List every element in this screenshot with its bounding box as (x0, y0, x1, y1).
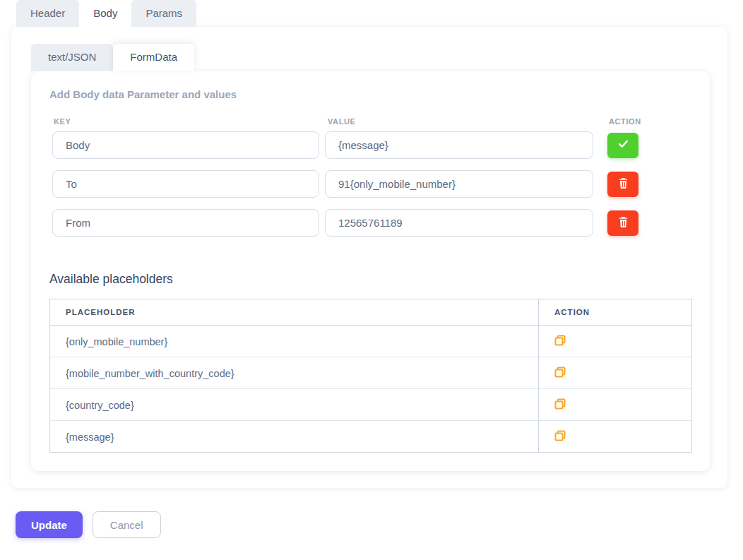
trash-icon (619, 178, 628, 191)
body-type-tabs: text/JSON FormData (31, 44, 727, 71)
placeholder-name: {mobile_number_with_country_code} (50, 357, 539, 389)
param-row (52, 131, 691, 159)
key-column-label: KEY (52, 117, 325, 126)
confirm-row-button[interactable] (607, 133, 638, 158)
table-row: {country_code} (50, 389, 692, 421)
value-input[interactable] (325, 209, 593, 237)
delete-row-button[interactable] (607, 172, 638, 197)
placeholder-column-header: PLACEHOLDER (50, 299, 539, 326)
copy-placeholder-button[interactable] (554, 398, 566, 412)
form-footer: Update Cancel (16, 511, 743, 538)
placeholder-name: {message} (50, 421, 539, 453)
request-section-tabs: Header Body Params (0, 0, 743, 27)
action-column-label: ACTION (607, 117, 641, 126)
delete-row-button[interactable] (607, 210, 638, 236)
value-input[interactable] (325, 170, 593, 198)
placeholders-table: PLACEHOLDER ACTION {only_mobile_number} (49, 299, 692, 453)
copy-placeholder-button[interactable] (554, 367, 566, 380)
value-column-label: VALUE (325, 117, 607, 126)
formdata-panel: Add Body data Parameter and values KEY V… (31, 71, 710, 471)
copy-icon (554, 335, 566, 348)
trash-icon (619, 217, 628, 230)
table-row: {mobile_number_with_country_code} (50, 357, 692, 389)
table-row: {only_mobile_number} (50, 326, 692, 357)
tab-header[interactable]: Header (16, 0, 79, 27)
table-row: {message} (50, 421, 692, 453)
key-input[interactable] (52, 170, 319, 198)
body-tab-panel: text/JSON FormData Add Body data Paramet… (11, 27, 727, 488)
value-input[interactable] (325, 131, 593, 159)
copy-icon (554, 367, 566, 380)
placeholders-title: Available placeholders (49, 272, 691, 287)
param-row (52, 170, 691, 198)
action-column-header: ACTION (539, 299, 692, 326)
copy-placeholder-button[interactable] (554, 335, 566, 348)
cancel-button[interactable]: Cancel (93, 511, 161, 538)
tab-text-json[interactable]: text/JSON (31, 44, 113, 71)
copy-icon (554, 430, 566, 443)
column-labels: KEY VALUE ACTION (52, 117, 691, 126)
param-row (52, 209, 691, 237)
placeholder-name: {only_mobile_number} (50, 326, 539, 357)
tab-formdata[interactable]: FormData (113, 44, 194, 71)
tab-params[interactable]: Params (131, 0, 196, 27)
table-header-row: PLACEHOLDER ACTION (50, 299, 692, 326)
update-button[interactable]: Update (16, 511, 83, 538)
section-label: Add Body data Parameter and values (49, 88, 691, 100)
key-input[interactable] (52, 209, 319, 237)
key-input[interactable] (52, 131, 319, 159)
check-icon (618, 140, 629, 150)
copy-icon (554, 398, 566, 412)
tab-body[interactable]: Body (79, 0, 131, 27)
copy-placeholder-button[interactable] (554, 430, 566, 443)
placeholder-name: {country_code} (50, 389, 539, 421)
